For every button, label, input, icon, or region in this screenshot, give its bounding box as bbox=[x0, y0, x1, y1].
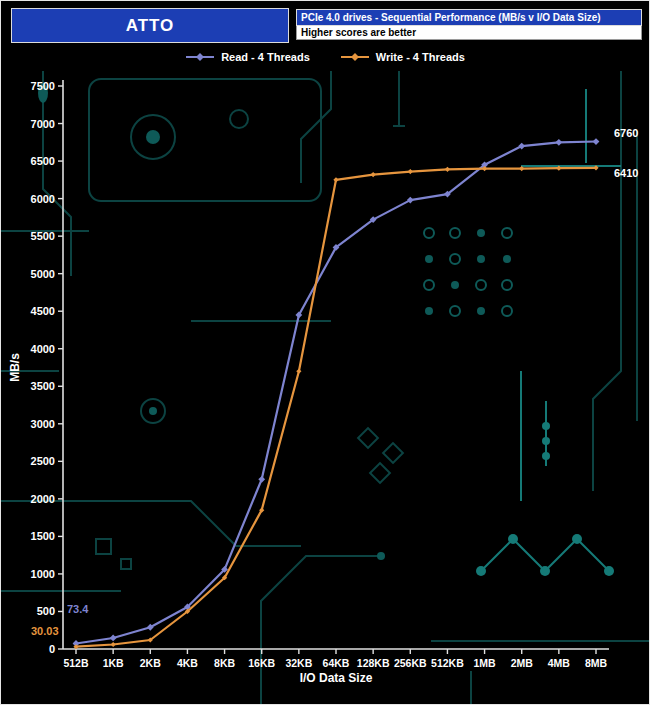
x-tick-label: 4KB bbox=[177, 657, 198, 669]
axes bbox=[63, 80, 609, 649]
legend-label-read: Read - 4 Threads bbox=[221, 51, 310, 63]
x-tick-label: 8MB bbox=[585, 657, 608, 669]
y-tick-label: 2500 bbox=[31, 455, 55, 467]
data-point-marker bbox=[111, 642, 116, 647]
x-tick-label: 2KB bbox=[140, 657, 161, 669]
chart-area: 0500100015002000250030003500400045005000… bbox=[1, 71, 650, 705]
x-axis-title: I/O Data Size bbox=[300, 671, 373, 685]
series-read-start-value: 73.4 bbox=[67, 603, 89, 615]
legend-label-write: Write - 4 Threads bbox=[376, 51, 465, 63]
app-badge: ATTO bbox=[11, 8, 289, 43]
y-tick-label: 5000 bbox=[31, 268, 55, 280]
y-tick-label: 6000 bbox=[31, 193, 55, 205]
legend-marker-write bbox=[340, 52, 370, 62]
x-tick-label: 512KB bbox=[431, 657, 464, 669]
app-name: ATTO bbox=[126, 16, 175, 36]
data-point-marker bbox=[555, 139, 562, 146]
data-point-marker bbox=[371, 172, 376, 177]
data-point-marker bbox=[258, 476, 265, 483]
x-tick-label: 64KB bbox=[323, 657, 350, 669]
title-block: PCIe 4.0 drives - Sequential Performance… bbox=[296, 9, 642, 40]
legend-marker-read bbox=[185, 52, 215, 62]
data-point-marker bbox=[593, 138, 600, 145]
data-point-marker bbox=[445, 167, 450, 172]
series-read-line bbox=[73, 138, 600, 647]
y-tick-label: 4000 bbox=[31, 343, 55, 355]
data-point-marker bbox=[519, 166, 524, 171]
y-tick-label: 2000 bbox=[31, 493, 55, 505]
series-write-line bbox=[73, 165, 598, 649]
y-tick-label: 7000 bbox=[31, 118, 55, 130]
y-tick-label: 3000 bbox=[31, 418, 55, 430]
x-tick-label: 1KB bbox=[103, 657, 124, 669]
y-tick-label: 7500 bbox=[31, 80, 55, 92]
y-tick-label: 1000 bbox=[31, 568, 55, 580]
y-tick-label: 4500 bbox=[31, 305, 55, 317]
x-axis-ticks: 512B1KB2KB4KB8KB16KB32KB64KB128KB256KB51… bbox=[63, 649, 607, 669]
x-tick-label: 4MB bbox=[548, 657, 571, 669]
x-tick-label: 8KB bbox=[214, 657, 235, 669]
x-tick-label: 2MB bbox=[511, 657, 534, 669]
data-point-marker bbox=[408, 169, 413, 174]
legend-item-write: Write - 4 Threads bbox=[340, 51, 465, 63]
chart-subtitle: Higher scores are better bbox=[296, 26, 642, 40]
x-tick-label: 256KB bbox=[394, 657, 427, 669]
data-point-marker bbox=[593, 165, 598, 170]
performance-chart: 0500100015002000250030003500400045005000… bbox=[1, 71, 650, 705]
x-tick-label: 512B bbox=[63, 657, 89, 669]
header: ATTO PCIe 4.0 drives - Sequential Perfor… bbox=[1, 1, 649, 47]
y-tick-label: 0 bbox=[49, 643, 55, 655]
y-axis-title: MB/s bbox=[8, 353, 22, 382]
y-tick-label: 5500 bbox=[31, 230, 55, 242]
x-tick-label: 16KB bbox=[248, 657, 275, 669]
data-point-marker bbox=[333, 177, 338, 182]
data-point-marker bbox=[110, 635, 117, 642]
benchmark-page: ATTO PCIe 4.0 drives - Sequential Perfor… bbox=[0, 0, 650, 705]
y-tick-label: 3500 bbox=[31, 380, 55, 392]
data-point-marker bbox=[296, 369, 301, 374]
data-point-marker bbox=[556, 166, 561, 171]
y-tick-label: 500 bbox=[37, 605, 55, 617]
chart-legend: Read - 4 ThreadsWrite - 4 Threads bbox=[1, 48, 649, 66]
x-tick-label: 128KB bbox=[357, 657, 390, 669]
series-write-end-value: 6410 bbox=[614, 167, 638, 179]
y-tick-label: 6500 bbox=[31, 155, 55, 167]
y-tick-label: 1500 bbox=[31, 530, 55, 542]
series-read-end-value: 6760 bbox=[614, 127, 638, 139]
legend-item-read: Read - 4 Threads bbox=[185, 51, 310, 63]
chart-title: PCIe 4.0 drives - Sequential Performance… bbox=[296, 9, 642, 26]
series-write-start-value: 30.03 bbox=[31, 625, 59, 637]
x-tick-label: 1MB bbox=[473, 657, 496, 669]
y-axis-ticks: 0500100015002000250030003500400045005000… bbox=[31, 80, 63, 655]
x-tick-label: 32KB bbox=[285, 657, 312, 669]
